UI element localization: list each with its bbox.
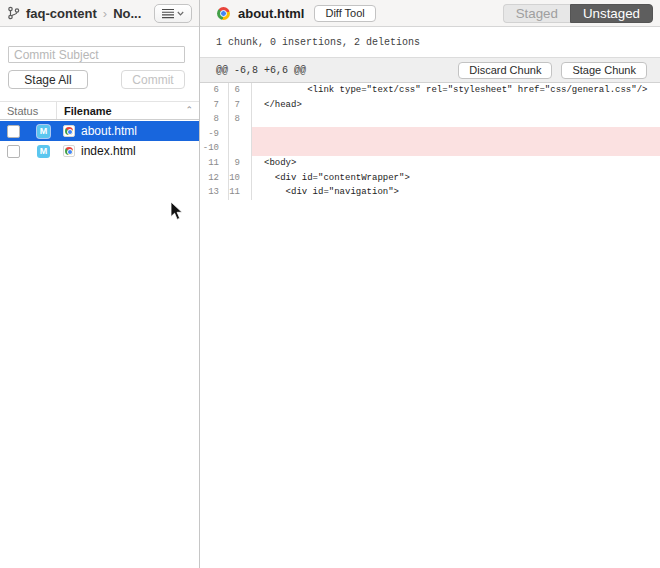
file-row[interactable]: M index.html bbox=[0, 141, 199, 161]
new-line-number: 6 bbox=[229, 83, 252, 98]
diff-line-row[interactable]: 7 7 </head> bbox=[200, 98, 660, 113]
old-line-number: 11 bbox=[200, 156, 229, 171]
diff-line-row[interactable]: 6 6 <link type="text/css" rel="styleshee… bbox=[200, 83, 660, 98]
diff-file-title: about.html bbox=[238, 6, 304, 21]
diff-line-content: <body> bbox=[252, 156, 660, 171]
diff-panel: about.html Diff Tool Staged Unstaged 1 c… bbox=[200, 0, 660, 568]
stage-all-button[interactable]: Stage All bbox=[8, 70, 88, 89]
chevron-down-icon bbox=[177, 11, 184, 16]
file-list: M about.html M index.html bbox=[0, 121, 199, 161]
old-line-number: -9 bbox=[200, 127, 229, 142]
sort-asc-icon: ⌃ bbox=[185, 106, 199, 115]
filename-label: about.html bbox=[81, 124, 137, 138]
new-line-number: 8 bbox=[229, 112, 252, 127]
new-line-number bbox=[229, 141, 252, 156]
html-file-icon bbox=[63, 125, 75, 137]
old-line-number: 6 bbox=[200, 83, 229, 98]
status-badge: M bbox=[37, 145, 50, 158]
discard-chunk-button[interactable]: Discard Chunk bbox=[458, 62, 552, 79]
sidebar: faq-content › No... Stage All Commit bbox=[0, 0, 200, 568]
commit-subject-input[interactable] bbox=[8, 46, 185, 63]
staged-tab[interactable]: Staged bbox=[503, 4, 570, 23]
diff-tool-button[interactable]: Diff Tool bbox=[314, 5, 375, 22]
diff-summary: 1 chunk, 0 insertions, 2 deletions bbox=[200, 27, 660, 57]
view-menu-button[interactable] bbox=[154, 4, 192, 23]
old-line-number: 13 bbox=[200, 185, 229, 200]
diff-line-content: <link type="text/css" rel="stylesheet" h… bbox=[252, 83, 660, 98]
diff-line-content: <div id="contentWrapper"> bbox=[252, 171, 660, 186]
column-header-filename[interactable]: Filename bbox=[57, 105, 185, 117]
new-line-number: 11 bbox=[229, 185, 252, 200]
old-line-number: 8 bbox=[200, 112, 229, 127]
chunk-actions: Discard Chunk Stage Chunk bbox=[458, 62, 647, 79]
file-row[interactable]: M about.html bbox=[0, 121, 199, 141]
diff-line-row[interactable]: 13 11 <div id="navigation"> bbox=[200, 185, 660, 200]
new-line-number: 10 bbox=[229, 171, 252, 186]
diff-line-content bbox=[252, 112, 660, 127]
git-client-window: faq-content › No... Stage All Commit bbox=[0, 0, 660, 568]
file-table-header: Status Filename ⌃ bbox=[0, 101, 199, 120]
chunk-range-label: @@ -6,8 +6,6 @@ bbox=[216, 65, 306, 76]
chunk-header-bar: @@ -6,8 +6,6 @@ Discard Chunk Stage Chun… bbox=[200, 57, 660, 83]
breadcrumb-chevron-icon: › bbox=[103, 6, 107, 21]
stage-checkbox[interactable] bbox=[7, 145, 20, 158]
old-line-number: 12 bbox=[200, 171, 229, 186]
filename-label: index.html bbox=[81, 144, 136, 158]
new-line-number bbox=[229, 127, 252, 142]
stage-checkbox[interactable] bbox=[7, 125, 20, 138]
unstaged-tab[interactable]: Unstaged bbox=[570, 4, 653, 23]
branch-toolbar: faq-content › No... bbox=[0, 0, 199, 27]
branch-selector[interactable]: faq-content bbox=[26, 6, 97, 21]
new-line-number: 9 bbox=[229, 156, 252, 171]
stage-chunk-button[interactable]: Stage Chunk bbox=[561, 62, 647, 79]
diff-line-content: </head> bbox=[252, 98, 660, 113]
status-badge: M bbox=[37, 125, 50, 138]
staged-unstaged-segmented-control: Staged Unstaged bbox=[503, 4, 653, 23]
diff-lines: 6 6 <link type="text/css" rel="styleshee… bbox=[200, 83, 660, 200]
diff-line-content bbox=[252, 127, 660, 142]
diff-line-row[interactable]: 8 8 bbox=[200, 112, 660, 127]
diff-line-row[interactable]: 12 10 <div id="contentWrapper"> bbox=[200, 171, 660, 186]
diff-line-row[interactable]: -9 bbox=[200, 127, 660, 142]
diff-line-row[interactable]: 11 9 <body> bbox=[200, 156, 660, 171]
old-line-number: 7 bbox=[200, 98, 229, 113]
diff-line-content bbox=[252, 141, 660, 156]
html-file-icon bbox=[217, 7, 230, 20]
new-line-number: 7 bbox=[229, 98, 252, 113]
old-line-number: -10 bbox=[200, 141, 229, 156]
breadcrumb-commit-ref[interactable]: No... bbox=[113, 6, 141, 21]
diff-line-row[interactable]: -10 bbox=[200, 141, 660, 156]
branch-icon bbox=[7, 6, 20, 20]
commit-button[interactable]: Commit bbox=[121, 70, 185, 89]
menu-icon bbox=[162, 8, 174, 19]
column-header-status[interactable]: Status bbox=[0, 102, 57, 119]
diff-header: about.html Diff Tool Staged Unstaged bbox=[200, 0, 660, 27]
html-file-icon bbox=[63, 145, 75, 157]
diff-line-content: <div id="navigation"> bbox=[252, 185, 660, 200]
